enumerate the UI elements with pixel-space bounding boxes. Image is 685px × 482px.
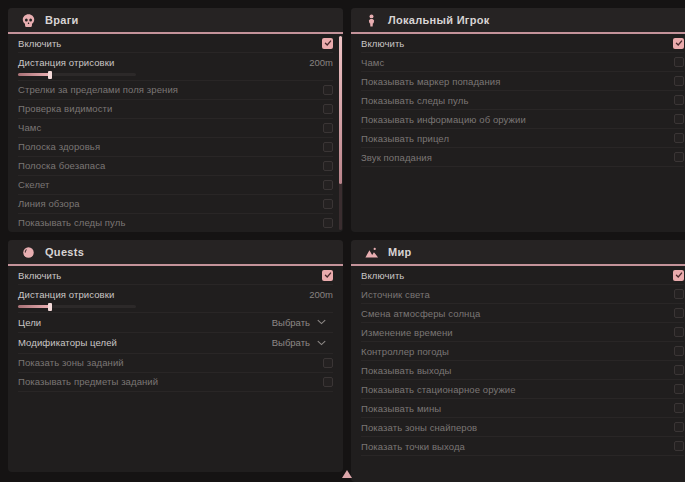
row-exit-points[interactable]: Показать точки выхода xyxy=(361,437,684,456)
row-hit-sound[interactable]: Звук попадания xyxy=(361,148,684,167)
slider-value: 200m xyxy=(309,289,333,300)
row-enable[interactable]: Включить xyxy=(361,34,684,53)
checkbox[interactable] xyxy=(323,377,333,387)
slider-value: 200m xyxy=(309,57,333,68)
setting-label: Цели xyxy=(18,317,41,328)
checkbox[interactable] xyxy=(323,104,333,114)
checkbox[interactable] xyxy=(674,308,684,318)
row-mines[interactable]: Показывать мины xyxy=(361,399,684,418)
row-crosshair[interactable]: Показывать прицел xyxy=(361,129,684,148)
checkbox[interactable] xyxy=(673,38,684,49)
checkbox[interactable] xyxy=(674,57,684,67)
checkbox[interactable] xyxy=(322,38,333,49)
slider-track[interactable] xyxy=(18,73,136,76)
row-enable[interactable]: Включить xyxy=(361,266,684,285)
setting-label: Включить xyxy=(18,38,61,49)
row-chams[interactable]: Чамс xyxy=(361,53,684,72)
row-light-source[interactable]: Источник света xyxy=(361,285,684,304)
scrollbar[interactable] xyxy=(339,36,342,230)
checkbox[interactable] xyxy=(673,270,684,281)
checkbox[interactable] xyxy=(323,358,333,368)
row-enable[interactable]: Включить xyxy=(18,34,333,53)
dropdown-value: Выбрать xyxy=(272,337,310,348)
person-icon xyxy=(364,13,379,28)
checkbox[interactable] xyxy=(674,441,684,451)
setting-label: Показывать следы пуль xyxy=(18,217,125,228)
checkbox[interactable] xyxy=(323,123,333,133)
checkbox[interactable] xyxy=(674,403,684,413)
slider-handle[interactable] xyxy=(48,303,52,311)
row-exits[interactable]: Показывать выходы xyxy=(361,361,684,380)
row-bullet-trails[interactable]: Показывать следы пуль xyxy=(18,214,333,233)
row-skeleton[interactable]: Скелет xyxy=(18,176,333,195)
panel-world: МирВключитьИсточник светаСмена атмосферы… xyxy=(351,240,685,482)
setting-label: Изменение времени xyxy=(361,327,453,338)
setting-label: Линия обзора xyxy=(18,198,80,209)
row-view-line[interactable]: Линия обзора xyxy=(18,195,333,214)
setting-label: Включить xyxy=(18,270,61,281)
checkbox[interactable] xyxy=(323,218,333,228)
row-ammo-bar[interactable]: Полоска боезапаса xyxy=(18,157,333,176)
row-weapon-info[interactable]: Показывать информацию об оружии xyxy=(361,110,684,129)
checkbox[interactable] xyxy=(674,114,684,124)
row-weather-controller[interactable]: Контроллер погоды xyxy=(361,342,684,361)
row-quest-zones[interactable]: Показать зоны заданий xyxy=(18,354,333,373)
row-quest-items[interactable]: Показывать предметы заданий xyxy=(18,373,333,392)
row-enable[interactable]: Включить xyxy=(18,266,333,285)
checkbox[interactable] xyxy=(674,152,684,162)
setting-label: Показывать стационарное оружие xyxy=(361,384,516,395)
dropdown[interactable]: Выбрать xyxy=(272,317,326,328)
row-targets[interactable]: ЦелиВыбрать xyxy=(18,313,333,334)
slider-label-row: Дистанция отрисовки200m xyxy=(18,56,333,68)
setting-label: Показывать следы пуль xyxy=(361,95,468,106)
checkbox[interactable] xyxy=(674,365,684,375)
row-time-change[interactable]: Изменение времени xyxy=(361,323,684,342)
checkbox[interactable] xyxy=(323,85,333,95)
row-hit-marker[interactable]: Показывать маркер попадания xyxy=(361,72,684,91)
row-render-distance[interactable]: Дистанция отрисовки200m xyxy=(18,285,333,313)
checkbox[interactable] xyxy=(674,133,684,143)
checkbox[interactable] xyxy=(674,384,684,394)
row-sniper-zones[interactable]: Показать зоны снайперов xyxy=(361,418,684,437)
checkbox[interactable] xyxy=(674,346,684,356)
panel-quests: QuestsВключитьДистанция отрисовки200mЦел… xyxy=(8,240,343,472)
setting-label: Стрелки за пределами поля зрения xyxy=(18,84,178,95)
setting-label: Чамс xyxy=(361,57,384,68)
dropdown[interactable]: Выбрать xyxy=(272,337,326,348)
row-sun-atmosphere[interactable]: Смена атмосферы солнца xyxy=(361,304,684,323)
slider-track[interactable] xyxy=(18,305,136,308)
row-visibility-check[interactable]: Проверка видимости xyxy=(18,100,333,119)
checkbox[interactable] xyxy=(674,327,684,337)
checkbox[interactable] xyxy=(674,76,684,86)
cheat-menu-window: ВрагиВключитьДистанция отрисовки200mСтре… xyxy=(0,0,685,482)
setting-label: Полоска боезапаса xyxy=(18,160,105,171)
row-render-distance[interactable]: Дистанция отрисовки200m xyxy=(18,53,333,81)
setting-label: Показывать выходы xyxy=(361,365,451,376)
row-chams[interactable]: Чамс xyxy=(18,119,333,138)
checkbox[interactable] xyxy=(323,199,333,209)
setting-label: Полоска здоровья xyxy=(18,141,100,152)
row-offscreen-arrows[interactable]: Стрелки за пределами поля зрения xyxy=(18,81,333,100)
checkbox[interactable] xyxy=(323,161,333,171)
checkbox[interactable] xyxy=(323,142,333,152)
checkbox[interactable] xyxy=(674,289,684,299)
setting-label: Показывать прицел xyxy=(361,133,449,144)
checkbox[interactable] xyxy=(322,270,333,281)
row-bullet-trails[interactable]: Показывать следы пуль xyxy=(361,91,684,110)
row-target-modifiers[interactable]: Модификаторы целейВыбрать xyxy=(18,333,333,354)
row-stationary-weapons[interactable]: Показывать стационарное оружие xyxy=(361,380,684,399)
setting-label: Дистанция отрисовки xyxy=(18,57,114,68)
setting-label: Контроллер погоды xyxy=(361,346,449,357)
checkbox[interactable] xyxy=(674,95,684,105)
row-health-bar[interactable]: Полоска здоровья xyxy=(18,138,333,157)
panel-title: Мир xyxy=(388,246,412,258)
setting-label: Источник света xyxy=(361,289,430,300)
setting-label: Скелет xyxy=(18,179,50,190)
slider-label-row: Дистанция отрисовки200m xyxy=(18,288,333,300)
panel-body: ВключитьДистанция отрисовки200mЦелиВыбра… xyxy=(8,266,343,392)
checkbox[interactable] xyxy=(323,180,333,190)
checkbox[interactable] xyxy=(674,422,684,432)
panel-title: Враги xyxy=(45,14,79,26)
scrollbar-thumb[interactable] xyxy=(339,36,342,184)
slider-handle[interactable] xyxy=(48,71,52,79)
